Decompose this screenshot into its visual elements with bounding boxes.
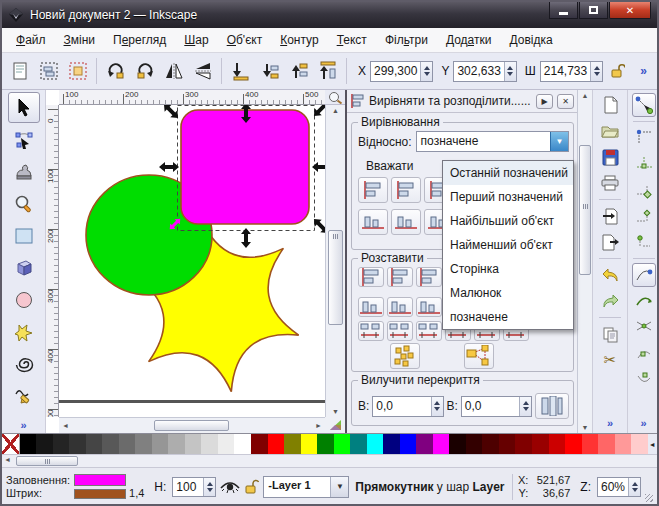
distribute-button-v-2[interactable]: [416, 297, 442, 317]
flip-horizontal-button[interactable]: [160, 58, 187, 85]
dialog-titlebar[interactable]: Вирівняти та розподілити...... ▶ ✕: [347, 90, 577, 113]
snap-path-button[interactable]: [632, 289, 656, 313]
tool-star[interactable]: [8, 316, 40, 347]
palette-swatch-ff3333[interactable]: [582, 434, 599, 454]
width-field-spinner[interactable]: [590, 62, 602, 81]
menu-об'єкт[interactable]: Об'єкт: [219, 29, 271, 51]
scroll-down-icon[interactable]: ▼: [326, 408, 345, 415]
commands-overflow-button[interactable]: »: [607, 417, 613, 429]
canvas-vscrollbar[interactable]: ▲ ▼: [325, 105, 345, 417]
copy-button[interactable]: [598, 322, 622, 346]
distribute-button-v-1[interactable]: [387, 297, 413, 317]
layer-selector[interactable]: -Layer 1 ▼: [263, 476, 349, 498]
menu-файл[interactable]: Файл: [8, 29, 54, 51]
import-button[interactable]: [598, 204, 622, 228]
relative-option-5[interactable]: Малюнок: [443, 281, 573, 305]
palette-swatch-333333[interactable]: [69, 434, 86, 454]
palette-swatch-c4c4c4[interactable]: [185, 434, 202, 454]
align-button-v-0[interactable]: [358, 209, 388, 235]
hscroll-thumb[interactable]: [154, 420, 229, 431]
palette-swatch-ff0000[interactable]: [268, 434, 285, 454]
toolbox-overflow-button[interactable]: »: [2, 419, 45, 431]
tool-ellipse[interactable]: [8, 284, 40, 315]
zoom-value[interactable]: 60%: [598, 478, 628, 496]
palette-scroll-left-icon[interactable]: ◄: [4, 456, 11, 463]
scroll-left-icon[interactable]: ◄: [62, 422, 69, 429]
palette-swatch-adadad[interactable]: [168, 434, 185, 454]
rectangle-shape[interactable]: [181, 110, 309, 224]
x-field-value[interactable]: 299,300: [371, 62, 420, 81]
x-field-spinner[interactable]: [420, 62, 432, 81]
distribute-button-h-1[interactable]: [387, 267, 413, 287]
palette-swatch-008000[interactable]: [317, 434, 334, 454]
layer-lock-open-icon[interactable]: [245, 479, 259, 494]
menu-довідка[interactable]: Довідка: [501, 29, 560, 51]
resize-grip[interactable]: [645, 494, 653, 502]
layer-combo-button[interactable]: ▼: [330, 477, 348, 497]
vertical-ruler[interactable]: 0100200300400500: [46, 105, 59, 417]
palette-swatch-161616[interactable]: [36, 434, 53, 454]
palette-swatch-990000[interactable]: [532, 434, 549, 454]
distribute-button-v-0[interactable]: [358, 297, 384, 317]
menu-додатки[interactable]: Додатки: [438, 29, 500, 51]
zoom-spinner[interactable]: [628, 478, 640, 496]
distribute-button-spacing-2[interactable]: [416, 321, 442, 341]
palette-swatch-808080[interactable]: [135, 434, 152, 454]
toolbar-overflow-button[interactable]: »: [634, 64, 653, 78]
zoom-field[interactable]: 60%: [597, 477, 641, 497]
dock-scroll-thumb[interactable]: [579, 145, 591, 275]
scale-handle-nw[interactable]: [160, 105, 181, 122]
raise-button[interactable]: [285, 58, 312, 85]
maximize-button[interactable]: [579, 2, 608, 19]
rotate-cw-button[interactable]: [131, 58, 158, 85]
undo-button[interactable]: [598, 263, 622, 287]
scroll-right-icon[interactable]: ►: [315, 422, 322, 429]
palette-swatch-dbdbdb[interactable]: [201, 434, 218, 454]
width-field[interactable]: 214,733: [540, 61, 603, 82]
palette-swatch-660000[interactable]: [499, 434, 516, 454]
palette-swatch-4d0000[interactable]: [482, 434, 499, 454]
open-document-button[interactable]: [598, 119, 622, 143]
palette-swatch-008080[interactable]: [350, 434, 367, 454]
relative-to-combo[interactable]: позначене ▼: [416, 131, 569, 152]
fill-swatch[interactable]: [74, 474, 126, 486]
dialog-close-button[interactable]: ✕: [557, 94, 574, 109]
relative-option-2[interactable]: Найбільший об'єкт: [443, 209, 573, 233]
distribute-button-h-2[interactable]: [416, 267, 442, 287]
palette-swatch-242424[interactable]: [53, 434, 70, 454]
cut-button[interactable]: ✂: [598, 348, 622, 372]
palette-scrollbar[interactable]: ◄: [2, 454, 657, 467]
menu-зміни[interactable]: Зміни: [56, 29, 104, 51]
document-properties-button[interactable]: [6, 58, 33, 85]
snap-edge-midpoints-button[interactable]: [632, 204, 656, 228]
palette-swatch-454545[interactable]: [86, 434, 103, 454]
scale-handle-right[interactable]: [312, 162, 325, 172]
palette-swatch-000080[interactable]: [383, 434, 400, 454]
print-button[interactable]: [598, 171, 622, 195]
overlap-h-field[interactable]: 0,0: [372, 396, 443, 417]
zoom-1-1-button[interactable]: [325, 90, 345, 105]
select-all-button[interactable]: [35, 58, 62, 85]
lock-ratio-button[interactable]: [605, 59, 629, 83]
stroke-swatch[interactable]: [74, 489, 126, 499]
palette-swatch-0000ff[interactable]: [400, 434, 417, 454]
raise-to-top-button[interactable]: [314, 58, 341, 85]
rotate-ccw-button[interactable]: [102, 58, 129, 85]
palette-more-icon[interactable]: ◄: [648, 434, 657, 454]
palette-swatch-6b6b6b[interactable]: [119, 434, 136, 454]
scale-handle-se[interactable]: [310, 215, 325, 236]
menu-фільтри[interactable]: Фільтри: [377, 29, 436, 51]
dock-scrollbar[interactable]: ▲ ▼: [577, 90, 592, 433]
snap-bbox-button[interactable]: [632, 126, 656, 150]
palette-swatch-ffffff[interactable]: [234, 434, 251, 454]
remove-overlaps-button[interactable]: [535, 393, 569, 419]
overlap-v-value[interactable]: 0,0: [462, 397, 519, 416]
overlap-v-spinner[interactable]: [519, 397, 531, 416]
palette-swatch-800080[interactable]: [416, 434, 433, 454]
new-document-button[interactable]: [598, 93, 622, 117]
palette-swatch-ff6666[interactable]: [598, 434, 615, 454]
layer-visibility-eye-icon[interactable]: [220, 480, 240, 494]
palette-swatch-ff0000[interactable]: [565, 434, 582, 454]
snap-smooth-nodes-button[interactable]: [632, 367, 656, 391]
palette-swatch-330000[interactable]: [466, 434, 483, 454]
